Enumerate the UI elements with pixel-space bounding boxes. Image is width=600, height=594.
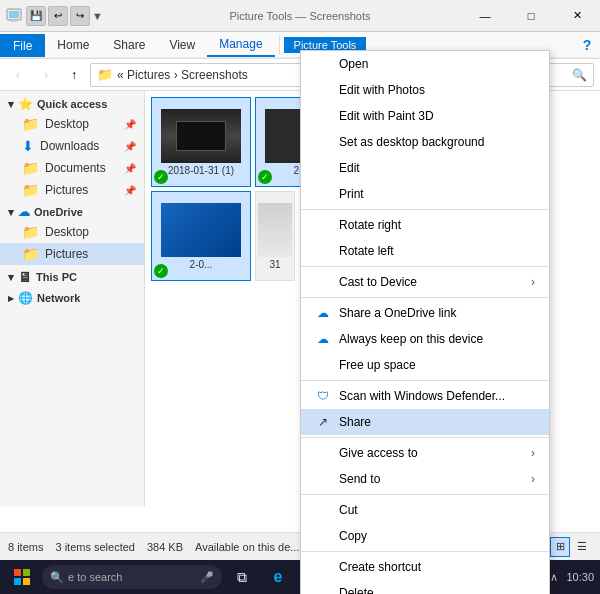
cm-scan-defender[interactable]: 🛡 Scan with Windows Defender... <box>301 383 549 409</box>
cm-give-access-label: Give access to <box>339 446 418 460</box>
undo-qa-icon[interactable]: ↩ <box>48 6 68 26</box>
cm-free-up-label: Free up space <box>339 358 416 372</box>
forward-icon: › <box>44 68 48 82</box>
sidebar-item-desktop[interactable]: 📁 Desktop 📌 <box>0 113 144 135</box>
file-item-1[interactable]: ✓ 2018-01-31 (1) <box>151 97 251 187</box>
available-text: Available on this de... <box>195 541 299 553</box>
tab-manage[interactable]: Manage <box>207 33 274 57</box>
svg-rect-1 <box>9 11 19 18</box>
onedrive-header[interactable]: ▾ ☁ OneDrive <box>0 203 144 221</box>
cm-cast-to-device[interactable]: Cast to Device › <box>301 269 549 295</box>
file-item-6[interactable]: 31 <box>255 191 295 281</box>
cm-open[interactable]: Open <box>301 51 549 77</box>
tab-home[interactable]: Home <box>45 34 101 56</box>
od-desktop-label: Desktop <box>45 225 89 239</box>
network-icon: 🌐 <box>18 291 33 305</box>
svg-rect-3 <box>14 569 21 576</box>
breadcrumb-path: « Pictures › Screenshots <box>117 68 248 82</box>
thumbnail-1 <box>161 109 241 163</box>
sidebar-item-documents[interactable]: 📁 Documents 📌 <box>0 157 144 179</box>
cast-icon <box>315 274 331 290</box>
close-button[interactable]: ✕ <box>554 0 600 32</box>
cm-edit[interactable]: Edit <box>301 155 549 181</box>
context-menu: Open Edit with Photos Edit with Paint 3D… <box>300 50 550 594</box>
start-button[interactable] <box>6 561 38 593</box>
list-view-button[interactable]: ☰ <box>572 537 592 557</box>
tab-file[interactable]: File <box>0 34 45 57</box>
sidebar-item-downloads[interactable]: ⬇ Downloads 📌 <box>0 135 144 157</box>
free-up-icon <box>315 357 331 373</box>
tab-share[interactable]: Share <box>101 34 157 56</box>
onedrive-cm-icon: ☁ <box>315 305 331 321</box>
defender-icon: 🛡 <box>315 388 331 404</box>
file-item-5[interactable]: ✓ 2-0... <box>151 191 251 281</box>
quick-access-header[interactable]: ▾ ⭐ Quick access <box>0 95 144 113</box>
cm-cut[interactable]: Cut <box>301 497 549 523</box>
cm-rotate-left[interactable]: Rotate left <box>301 238 549 264</box>
separator-7 <box>301 551 549 552</box>
tab-view[interactable]: View <box>157 34 207 56</box>
od-desktop-icon: 📁 <box>22 224 39 240</box>
cm-give-access[interactable]: Give access to › <box>301 440 549 466</box>
cm-edit-paint3d[interactable]: Edit with Paint 3D <box>301 103 549 129</box>
network-header[interactable]: ▸ 🌐 Network <box>0 289 144 307</box>
selected-count: 3 items selected <box>55 541 134 553</box>
back-button[interactable]: ‹ <box>6 63 30 87</box>
pin-icon-dl: 📌 <box>124 141 136 152</box>
downloads-label: Downloads <box>40 139 99 153</box>
svg-rect-6 <box>23 578 30 585</box>
cm-share[interactable]: ↗ Share <box>301 409 549 435</box>
minimize-button[interactable]: — <box>462 0 508 32</box>
separator-3 <box>301 297 549 298</box>
photos-icon <box>315 82 331 98</box>
qa-dropdown[interactable]: ▼ <box>92 10 103 22</box>
task-view-button[interactable]: ⧉ <box>226 561 258 593</box>
redo-qa-icon[interactable]: ↪ <box>70 6 90 26</box>
check-badge-5: ✓ <box>154 264 168 278</box>
back-icon: ‹ <box>16 68 20 82</box>
cm-delete[interactable]: Delete <box>301 580 549 594</box>
thispc-header[interactable]: ▾ 🖥 This PC <box>0 267 144 287</box>
forward-button[interactable]: › <box>34 63 58 87</box>
quick-access-section: ▾ ⭐ Quick access 📁 Desktop 📌 ⬇ Downloads… <box>0 95 144 201</box>
save-qa-icon[interactable]: 💾 <box>26 6 46 26</box>
taskbar-search[interactable]: 🔍 e to search 🎤 <box>42 565 222 589</box>
sidebar: ▾ ⭐ Quick access 📁 Desktop 📌 ⬇ Downloads… <box>0 91 145 507</box>
maximize-button[interactable]: □ <box>508 0 554 32</box>
picture-tools-tab-label: Picture Tools <box>229 10 292 22</box>
desktop-bg-icon <box>315 134 331 150</box>
cut-icon <box>315 502 331 518</box>
pics-folder-icon: 📁 <box>22 182 39 198</box>
cm-send-to[interactable]: Send to › <box>301 466 549 492</box>
print-icon <box>315 186 331 202</box>
cm-share-onedrive[interactable]: ☁ Share a OneDrive link <box>301 300 549 326</box>
cm-edit-photos[interactable]: Edit with Photos <box>301 77 549 103</box>
keep-icon: ☁ <box>315 331 331 347</box>
file-size: 384 KB <box>147 541 183 553</box>
cm-copy[interactable]: Copy <box>301 523 549 549</box>
cm-edit-paint3d-label: Edit with Paint 3D <box>339 109 434 123</box>
sendto-icon <box>315 471 331 487</box>
sidebar-item-pictures[interactable]: 📁 Pictures 📌 <box>0 179 144 201</box>
edge-button[interactable]: e <box>262 561 294 593</box>
window-name: Screenshots <box>309 10 370 22</box>
pin-icon: 📌 <box>124 119 136 130</box>
cm-always-keep[interactable]: ☁ Always keep on this device <box>301 326 549 352</box>
cm-create-shortcut[interactable]: Create shortcut <box>301 554 549 580</box>
sidebar-item-od-pictures[interactable]: 📁 Pictures <box>0 243 144 265</box>
help-button[interactable]: ? <box>574 32 600 58</box>
window-title: Picture Tools — Screenshots <box>229 9 370 23</box>
cm-set-desktop[interactable]: Set as desktop background <box>301 129 549 155</box>
up-button[interactable]: ↑ <box>62 63 86 87</box>
sidebar-item-od-desktop[interactable]: 📁 Desktop <box>0 221 144 243</box>
paint3d-icon <box>315 108 331 124</box>
cm-rotate-right[interactable]: Rotate right <box>301 212 549 238</box>
folder-icon: 📁 <box>22 116 39 132</box>
cm-rotate-right-label: Rotate right <box>339 218 401 232</box>
network-label: Network <box>37 292 80 304</box>
cm-print[interactable]: Print <box>301 181 549 207</box>
access-arrow: › <box>531 446 535 460</box>
large-icons-button[interactable]: ⊞ <box>550 537 570 557</box>
cm-free-up[interactable]: Free up space <box>301 352 549 378</box>
cm-rotate-left-label: Rotate left <box>339 244 394 258</box>
